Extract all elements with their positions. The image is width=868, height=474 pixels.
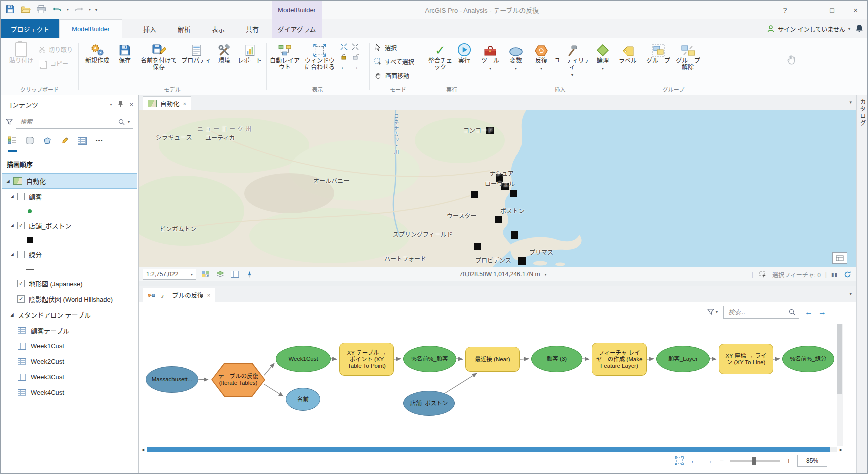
lock-icon[interactable] <box>340 53 348 60</box>
tab-modelbuilder[interactable]: ModelBuilder <box>59 19 122 38</box>
close-button[interactable]: × <box>844 1 867 19</box>
search-options-caret-icon[interactable]: ▾ <box>128 120 130 124</box>
model-node-near[interactable]: 最近接 (Near) <box>465 347 520 372</box>
add-layer-icon[interactable] <box>201 269 211 279</box>
expander-icon[interactable]: ◢ <box>9 194 15 199</box>
tab-view[interactable]: 表示 <box>202 19 234 38</box>
scroll-right-icon[interactable]: ► <box>839 447 843 452</box>
basemap-layers-icon[interactable] <box>215 269 225 279</box>
list-by-drawing-order-tab[interactable] <box>8 130 17 152</box>
pause-drawing-icon[interactable]: ▮▮ <box>831 272 838 277</box>
list-by-editing-tab[interactable] <box>60 130 69 152</box>
insert-utility-button[interactable]: ユーティリティ ▾ <box>554 41 590 78</box>
compass-icon[interactable] <box>244 269 254 279</box>
tab-diagram[interactable]: ダイアグラム <box>272 19 322 38</box>
contents-search-input[interactable] <box>19 118 115 126</box>
redo-caret-icon[interactable]: ▾ <box>89 7 91 12</box>
contents-tabs-overflow[interactable]: ⋯ <box>95 130 103 152</box>
model-prev-button[interactable]: ← <box>805 308 813 317</box>
expander-icon[interactable]: ◢ <box>9 223 15 228</box>
coords-caret-icon[interactable]: ▾ <box>544 272 546 277</box>
maximize-button[interactable]: □ <box>820 1 844 19</box>
open-project-icon[interactable] <box>20 3 31 15</box>
collapse-in-icon[interactable] <box>340 43 348 50</box>
layer-row-lines[interactable]: ◢ 線分 <box>1 247 138 262</box>
model-node-customers-layer[interactable]: 顧客_Layer <box>656 346 710 372</box>
model-next-button[interactable]: → <box>818 308 826 317</box>
expander-icon[interactable]: ◢ <box>9 252 15 257</box>
undo-caret-icon[interactable]: ▾ <box>67 7 69 12</box>
validate-button[interactable]: ✓ 整合チェック <box>428 41 453 71</box>
save-project-icon[interactable] <box>5 3 16 15</box>
layer-row-map[interactable]: ◢ 自動化 <box>2 173 137 189</box>
environments-button[interactable]: 環境 <box>213 41 236 64</box>
layer-row-hillshade[interactable]: ✓ 陰影起伏図 (World Hillshade) <box>1 291 138 307</box>
map-scale-combobox[interactable]: 1:2,757,022 ▾ <box>143 269 196 280</box>
scroll-left-icon[interactable]: ◄ <box>141 447 145 452</box>
tab-analyze[interactable]: 解析 <box>168 19 200 38</box>
model-node-xy-table-to-point[interactable]: XY テーブル → ポイント (XY Table To Point) <box>339 343 394 376</box>
new-model-button[interactable]: 新規作成 <box>83 41 111 64</box>
report-button[interactable]: レポート <box>237 41 263 64</box>
scrollbar-thumb[interactable] <box>147 447 830 452</box>
catalog-tab[interactable]: カタログ <box>858 99 867 127</box>
zoom-level-value[interactable]: 85% <box>797 455 827 467</box>
minimize-button[interactable]: — <box>797 1 820 19</box>
insert-label-button[interactable]: ラベル <box>615 41 640 64</box>
model-node-name-customers[interactable]: %名前%_顧客 <box>403 346 456 372</box>
model-node-name[interactable]: 名前 <box>286 388 320 411</box>
zoom-in-button[interactable]: + <box>787 457 791 465</box>
run-button[interactable]: 実行 <box>454 41 475 64</box>
cut-button[interactable]: 切り取り <box>39 45 73 54</box>
layer-checkbox-unchecked[interactable] <box>17 251 25 258</box>
unlock-icon[interactable] <box>352 53 359 60</box>
view-splitter[interactable] <box>139 281 856 286</box>
pin-icon[interactable] <box>118 101 123 108</box>
nav-forward-icon[interactable]: → <box>352 63 359 70</box>
zoom-back-button[interactable]: ← <box>690 457 699 465</box>
nav-back-icon[interactable]: ← <box>340 63 348 70</box>
close-pane-icon[interactable]: × <box>129 101 133 108</box>
map-overview-button[interactable] <box>832 252 847 264</box>
properties-button[interactable]: プロパティ <box>181 41 212 64</box>
model-tabbar-caret-icon[interactable]: ▾ <box>849 291 852 296</box>
list-by-selection-tab[interactable] <box>43 130 52 152</box>
model-filter-button[interactable]: ▾ <box>707 309 718 315</box>
model-view-tab[interactable]: テーブルの反復 × <box>143 288 215 302</box>
model-node-stores-boston[interactable]: 店舗_ボストン <box>403 391 455 416</box>
layer-checkbox-checked[interactable]: ✓ <box>17 295 25 303</box>
model-node-week1cust[interactable]: Week1Cust <box>276 346 331 372</box>
layer-row-stores[interactable]: ◢ ✓ 店舗_ボストン <box>1 218 138 233</box>
pan-mode-button[interactable]: 画面移動 <box>374 71 409 80</box>
zoom-slider-thumb[interactable] <box>752 457 756 465</box>
map-tabbar-caret-icon[interactable]: ▾ <box>849 100 852 105</box>
zoom-forward-button[interactable]: → <box>705 457 713 465</box>
table-row[interactable]: Week3Cust <box>1 369 138 385</box>
model-node-iterate-tables[interactable]: テーブルの反復 (Iterate Tables) <box>211 363 265 397</box>
point-symbol-swatch[interactable] <box>28 209 32 213</box>
paste-button[interactable]: 貼り付け <box>7 41 36 64</box>
layer-row-topo[interactable]: ✓ 地形図 (Japanese) <box>1 276 138 291</box>
zoom-out-button[interactable]: − <box>720 457 724 465</box>
model-search-input[interactable] <box>727 308 786 317</box>
pane-menu-caret-icon[interactable]: ▾ <box>110 102 112 107</box>
line-symbol-swatch[interactable] <box>26 269 34 270</box>
save-as-button[interactable]: 名前を付けて保存 <box>139 41 179 71</box>
table-row[interactable]: Week4Cust <box>1 385 138 400</box>
expander-icon[interactable]: ◢ <box>9 312 15 317</box>
fit-extent-button[interactable] <box>675 456 684 465</box>
square-symbol-swatch[interactable] <box>27 237 33 243</box>
close-map-tab-icon[interactable]: × <box>183 101 186 107</box>
list-by-labeling-tab[interactable] <box>78 130 87 152</box>
insert-variable-button[interactable]: 変数 ▾ <box>504 41 528 72</box>
standalone-tables-row[interactable]: ◢ スタンドアロン テーブル <box>1 307 138 323</box>
layer-checkbox-checked[interactable]: ✓ <box>17 280 25 287</box>
redo-button[interactable] <box>73 3 84 15</box>
model-horizontal-scrollbar[interactable]: ◄ ► <box>141 446 843 453</box>
model-canvas[interactable]: ▾ ← → <box>139 302 856 473</box>
search-icon[interactable] <box>789 309 795 315</box>
layer-row-customers[interactable]: ◢ 顧客 <box>1 189 138 204</box>
layer-checkbox-unchecked[interactable] <box>17 193 25 200</box>
tab-insert[interactable]: 挿入 <box>134 19 166 38</box>
map-coordinates[interactable]: 70,028.50W 1,014,246.17N m <box>459 271 540 278</box>
